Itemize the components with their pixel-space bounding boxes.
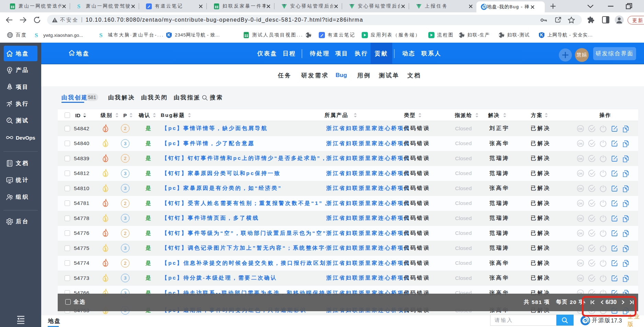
svg-text:3: 3: [104, 217, 106, 221]
svg-text:OK: OK: [578, 172, 583, 175]
svg-text:S: S: [99, 32, 102, 38]
svg-text:K: K: [540, 33, 543, 37]
svg-text:OK: OK: [578, 142, 583, 145]
svg-text:3: 3: [104, 247, 106, 251]
svg-text:OK: OK: [578, 262, 583, 265]
svg-text:OK: OK: [578, 232, 583, 235]
svg-text:OK: OK: [578, 217, 583, 220]
svg-text:3: 3: [104, 187, 106, 192]
svg-text:3: 3: [104, 173, 106, 177]
svg-text:OK: OK: [578, 187, 583, 190]
svg-text:3: 3: [104, 277, 106, 281]
svg-text:2: 2: [104, 157, 106, 162]
svg-text:OK: OK: [578, 157, 583, 160]
svg-text:2: 2: [104, 203, 106, 207]
svg-text:OK: OK: [578, 276, 583, 280]
svg-text:OK: OK: [578, 202, 583, 205]
svg-text:OK: OK: [578, 127, 583, 130]
svg-text:S: S: [35, 32, 38, 38]
svg-text:OK: OK: [578, 247, 583, 250]
svg-text:2: 2: [104, 128, 106, 132]
svg-text:2: 2: [104, 262, 106, 266]
svg-text:S: S: [77, 3, 80, 9]
svg-text:3: 3: [104, 143, 106, 147]
svg-text:2: 2: [104, 232, 106, 237]
svg-text:K: K: [168, 33, 171, 37]
